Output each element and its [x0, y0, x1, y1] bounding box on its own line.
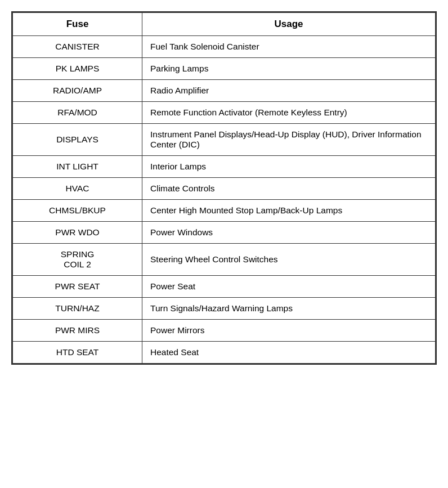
- usage-cell: Fuel Tank Solenoid Canister: [142, 36, 436, 58]
- fuse-cell: RFA/MOD: [13, 102, 142, 124]
- table-row: HTD SEATHeated Seat: [13, 342, 436, 364]
- table-row: PWR MIRSPower Mirrors: [13, 320, 436, 342]
- table-row: PK LAMPSParking Lamps: [13, 58, 436, 80]
- usage-cell: Power Windows: [142, 222, 436, 244]
- fuse-column-header: Fuse: [13, 13, 142, 36]
- table-row: TURN/HAZTurn Signals/Hazard Warning Lamp…: [13, 298, 436, 320]
- table-row: HVACClimate Controls: [13, 178, 436, 200]
- usage-cell: Parking Lamps: [142, 58, 436, 80]
- usage-cell: Power Mirrors: [142, 320, 436, 342]
- fuse-cell: DISPLAYS: [13, 124, 142, 156]
- usage-column-header: Usage: [142, 13, 436, 36]
- fuse-cell: CHMSL/BKUP: [13, 200, 142, 222]
- usage-cell: Radio Amplifier: [142, 80, 436, 102]
- usage-cell: Remote Function Activator (Remote Keyles…: [142, 102, 436, 124]
- table-row: CHMSL/BKUPCenter High Mounted Stop Lamp/…: [13, 200, 436, 222]
- fuse-cell: PWR SEAT: [13, 276, 142, 298]
- fuse-cell: SPRINGCOIL 2: [13, 244, 142, 276]
- table-row: PWR SEATPower Seat: [13, 276, 436, 298]
- table-row: RFA/MODRemote Function Activator (Remote…: [13, 102, 436, 124]
- fuse-cell: HTD SEAT: [13, 342, 142, 364]
- fuse-cell: PWR WDO: [13, 222, 142, 244]
- fuse-cell: HVAC: [13, 178, 142, 200]
- table-row: DISPLAYSInstrument Panel Displays/Head-U…: [13, 124, 436, 156]
- usage-cell: Instrument Panel Displays/Head-Up Displa…: [142, 124, 436, 156]
- usage-cell: Climate Controls: [142, 178, 436, 200]
- fuse-cell: RADIO/AMP: [13, 80, 142, 102]
- fuse-table: Fuse Usage CANISTERFuel Tank Solenoid Ca…: [12, 12, 436, 364]
- fuse-cell: PWR MIRS: [13, 320, 142, 342]
- usage-cell: Heated Seat: [142, 342, 436, 364]
- usage-cell: Interior Lamps: [142, 156, 436, 178]
- usage-cell: Power Seat: [142, 276, 436, 298]
- table-row: INT LIGHTInterior Lamps: [13, 156, 436, 178]
- table-row: RADIO/AMPRadio Amplifier: [13, 80, 436, 102]
- usage-cell: Center High Mounted Stop Lamp/Back-Up La…: [142, 200, 436, 222]
- usage-cell: Turn Signals/Hazard Warning Lamps: [142, 298, 436, 320]
- table-row: SPRINGCOIL 2Steering Wheel Control Switc…: [13, 244, 436, 276]
- fuse-cell: TURN/HAZ: [13, 298, 142, 320]
- fuse-table-container: Fuse Usage CANISTERFuel Tank Solenoid Ca…: [11, 11, 437, 365]
- fuse-cell: CANISTER: [13, 36, 142, 58]
- table-row: CANISTERFuel Tank Solenoid Canister: [13, 36, 436, 58]
- usage-cell: Steering Wheel Control Switches: [142, 244, 436, 276]
- fuse-cell: INT LIGHT: [13, 156, 142, 178]
- fuse-cell: PK LAMPS: [13, 58, 142, 80]
- table-header-row: Fuse Usage: [13, 13, 436, 36]
- table-row: PWR WDOPower Windows: [13, 222, 436, 244]
